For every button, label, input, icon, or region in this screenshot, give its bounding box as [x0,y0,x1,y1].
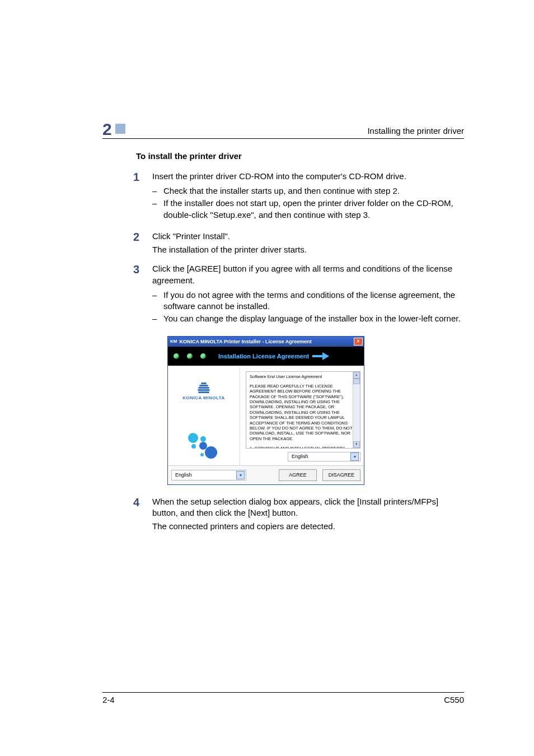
banner-dot-icon [200,353,206,359]
window-title-text: KONICA MINOLTA Printer Installer - Licen… [179,339,352,344]
model-number: C550 [444,695,464,704]
chevron-down-icon: ▾ [355,442,358,447]
dropdown-button[interactable]: ▾ [350,452,359,461]
step-1-bullet-1: Check that the installer starts up, and … [152,185,464,197]
step-1-bullet-2: If the installer does not start up, open… [152,198,464,221]
agree-button[interactable]: AGREE [279,469,317,481]
footer-language-select[interactable]: English ▾ [171,470,246,480]
window-footer: English ▾ AGREE DISAGREE [168,465,364,484]
step-number-4: 4 [133,496,152,533]
banner-title: Installation License Agreement [218,353,309,360]
brand-text: KONICA MINOLTA [182,395,225,400]
window-titlebar[interactable]: KM KONICA MINOLTA Printer Installer - Li… [168,337,364,347]
window-icon: KM [170,339,177,344]
scroll-down-button[interactable]: ▾ [353,441,360,448]
arrow-icon [312,352,332,360]
close-button[interactable]: × [354,338,363,346]
step-number-2: 2 [133,231,152,256]
chapter-number: 2 [102,120,112,138]
chapter-color-swatch [115,124,125,134]
close-icon: × [357,339,359,344]
disagree-button[interactable]: DISAGREE [322,469,360,481]
eula-language-value: English [292,454,308,459]
step-4-text: When the setup selection dialog box appe… [152,497,438,517]
eula-heading: Software End User License Agreement [250,374,358,379]
scrollbar[interactable]: ▴ ▾ [353,372,360,448]
eula-paragraph-1: PLEASE READ CAREFULLY THE LICENSE AGREEM… [250,384,358,441]
step-4-after: The connected printers and copiers are d… [152,521,464,532]
eula-language-select[interactable]: English ▾ [288,452,360,461]
banner-dot-icon [187,353,193,359]
header-rule [102,138,464,139]
window-sidebar: KONICA MINOLTA [168,366,240,465]
chevron-down-icon: ▾ [354,454,356,459]
installer-window: KM KONICA MINOLTA Printer Installer - Li… [167,336,364,485]
eula-section-title: 1. COPYRIGHT AND INTELLECTUAL PROPERTY R… [250,446,358,449]
step-1-text: Insert the printer driver CD-ROM into th… [152,171,406,181]
step-3-text: Click the [AGREE] button if you agree wi… [152,264,452,284]
step-2-text: Click "Printer Install". [152,231,230,241]
chevron-down-icon: ▾ [240,473,242,478]
chevron-up-icon: ▴ [355,372,358,377]
step-number-1: 1 [133,171,152,222]
scroll-thumb[interactable] [353,379,360,384]
page-header-title: Installing the printer driver [367,126,464,136]
step-3-bullet-1: If you do not agree with the terms and c… [152,290,464,312]
step-2-after: The installation of the printer driver s… [152,244,464,255]
window-banner: Installation License Agreement [168,347,364,366]
step-number-3: 3 [133,263,152,325]
splash-art-icon [188,433,219,460]
step-3-bullet-2: You can change the display language of t… [152,313,464,324]
banner-dot-icon [174,353,179,359]
page-number: 2-4 [102,695,115,704]
eula-textbox[interactable]: Software End User License Agreement PLEA… [246,371,360,449]
footer-language-value: English [175,472,192,478]
konica-minolta-logo-icon [182,382,225,393]
section-heading: To install the printer driver [136,151,464,161]
scroll-up-button[interactable]: ▴ [353,372,360,379]
dropdown-button[interactable]: ▾ [236,471,245,479]
